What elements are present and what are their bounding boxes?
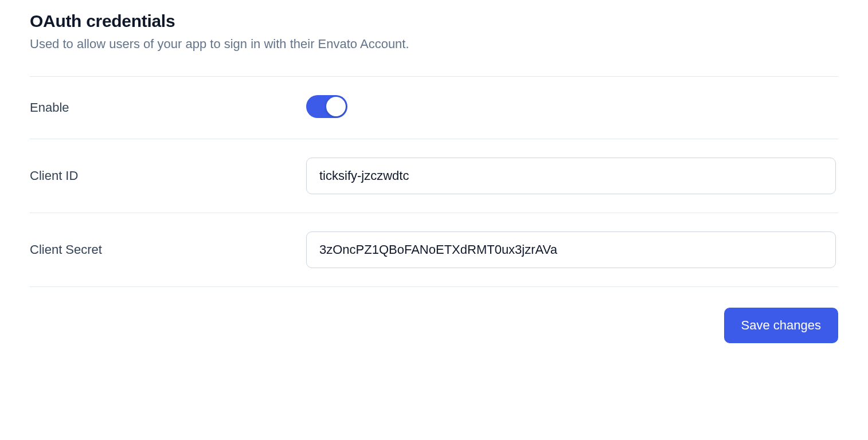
actions-bar: Save changes	[30, 286, 838, 343]
client-id-row: Client ID	[30, 139, 838, 213]
client-id-input[interactable]	[306, 158, 836, 194]
enable-label: Enable	[30, 100, 306, 115]
section-description: Used to allow users of your app to sign …	[30, 36, 838, 53]
client-secret-label: Client Secret	[30, 242, 306, 257]
enable-toggle[interactable]	[306, 95, 347, 118]
client-id-label: Client ID	[30, 168, 306, 183]
enable-row: Enable	[30, 76, 838, 139]
save-changes-button[interactable]: Save changes	[724, 308, 838, 343]
oauth-credentials-section: OAuth credentials Used to allow users of…	[30, 11, 838, 343]
section-title: OAuth credentials	[30, 11, 838, 31]
client-secret-row: Client Secret	[30, 213, 838, 286]
client-secret-input[interactable]	[306, 231, 836, 268]
toggle-knob	[326, 97, 346, 116]
